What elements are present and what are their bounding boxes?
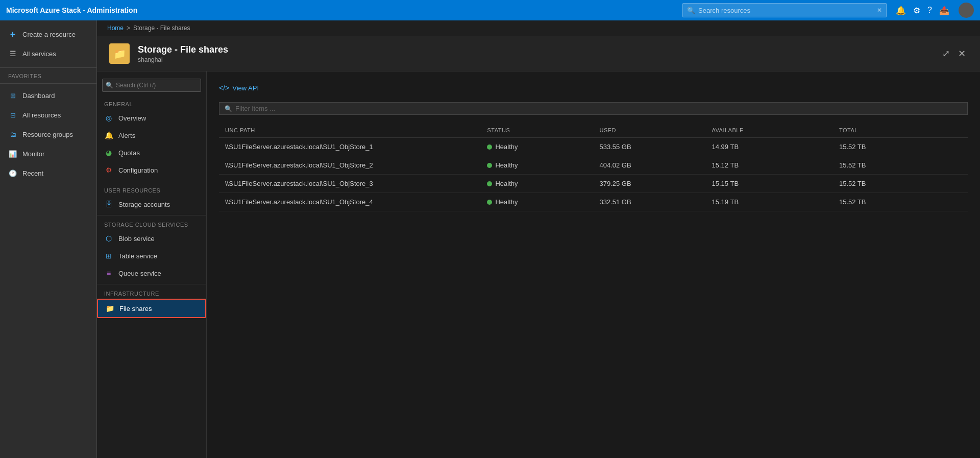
code-icon: </> — [219, 84, 229, 92]
search-icon: 🔍 — [687, 7, 695, 14]
two-pane: 🔍 GENERAL ◎ Overview 🔔 Alerts ◕ Quotas — [97, 71, 980, 458]
left-nav-divider-1 — [97, 181, 206, 181]
sidebar-divider-1 — [0, 83, 96, 84]
nav-label-alerts: Alerts — [118, 132, 135, 139]
sidebar-top: + Create a resource ☰ All services — [0, 20, 96, 68]
configuration-icon: ⚙ — [104, 165, 113, 175]
sidebar-item-recent[interactable]: 🕐 Recent — [0, 163, 96, 183]
breadcrumb-current: Storage - File shares — [133, 25, 190, 32]
filter-icon: 🔍 — [225, 105, 232, 112]
recent-icon: 🕐 — [8, 168, 17, 178]
col-header-status: STATUS — [481, 123, 593, 138]
sidebar-label-all-resources: All resources — [22, 111, 61, 119]
breadcrumb-home[interactable]: Home — [107, 25, 124, 32]
nav-item-file-shares[interactable]: 📁 File shares — [97, 299, 206, 318]
left-nav-search[interactable]: 🔍 — [102, 79, 201, 92]
table-header: UNC PATH STATUS USED AVAILABLE TOTAL — [219, 123, 968, 138]
sidebar-label-recent: Recent — [22, 170, 43, 177]
status-dot — [487, 200, 492, 205]
sidebar: + Create a resource ☰ All services FAVOR… — [0, 20, 97, 458]
cell-used: 379.25 GB — [594, 175, 706, 193]
breadcrumb: Home > Storage - File shares — [97, 20, 980, 36]
resource-header-actions: ⤢ ✕ — [940, 46, 968, 61]
cell-unc-path: \\SU1FileServer.azurestack.local\SU1_Obj… — [219, 193, 481, 211]
resource-header: 📁 Storage - File shares shanghai ⤢ ✕ — [97, 36, 980, 71]
search-input[interactable] — [698, 7, 874, 14]
cell-status: Healthy — [481, 156, 593, 175]
status-label: Healthy — [495, 180, 518, 187]
nav-item-overview[interactable]: ◎ Overview — [97, 109, 206, 127]
file-shares-icon: 📁 — [105, 304, 114, 313]
col-header-total: TOTAL — [833, 123, 968, 138]
nav-label-queue-service: Queue service — [118, 270, 161, 277]
notifications-icon[interactable]: 🔔 — [896, 6, 906, 15]
search-bar[interactable]: 🔍 ✕ — [682, 3, 887, 17]
nav-item-table-service[interactable]: ⊞ Table service — [97, 247, 206, 264]
nav-label-overview: Overview — [118, 114, 146, 122]
nav-item-storage-accounts[interactable]: 🗄 Storage accounts — [97, 196, 206, 213]
cell-available: 14.99 TB — [706, 138, 833, 156]
general-section-label: GENERAL — [97, 97, 206, 109]
sidebar-item-dashboard[interactable]: ⊞ Dashboard — [0, 86, 96, 105]
col-header-used: USED — [594, 123, 706, 138]
table-row[interactable]: \\SU1FileServer.azurestack.local\SU1_Obj… — [219, 193, 968, 211]
filter-input[interactable] — [235, 105, 962, 112]
view-api-button[interactable]: </> View API — [219, 82, 259, 94]
cell-used: 404.02 GB — [594, 156, 706, 175]
all-services-button[interactable]: ☰ All services — [0, 44, 96, 63]
resource-groups-icon: 🗂 — [8, 130, 17, 139]
col-header-unc-path: UNC PATH — [219, 123, 481, 138]
close-search-icon[interactable]: ✕ — [877, 7, 882, 14]
table-row[interactable]: \\SU1FileServer.azurestack.local\SU1_Obj… — [219, 156, 968, 175]
left-nav-search-input[interactable] — [102, 79, 201, 92]
nav-label-file-shares: File shares — [119, 305, 152, 312]
topbar-title: Microsoft Azure Stack - Administration — [6, 6, 137, 14]
nav-label-storage-accounts: Storage accounts — [118, 201, 170, 208]
all-services-label: All services — [22, 50, 56, 58]
table-row[interactable]: \\SU1FileServer.azurestack.local\SU1_Obj… — [219, 138, 968, 156]
dashboard-icon: ⊞ — [8, 91, 17, 100]
sidebar-item-monitor[interactable]: 📊 Monitor — [0, 144, 96, 163]
main-content: </> View API 🔍 UNC PATH STATUS USED A — [207, 71, 980, 458]
cell-used: 533.55 GB — [594, 138, 706, 156]
close-button[interactable]: ✕ — [956, 46, 968, 61]
feedback-icon[interactable]: 📤 — [939, 6, 949, 15]
file-shares-table: UNC PATH STATUS USED AVAILABLE TOTAL \\S… — [219, 123, 968, 211]
cell-available: 15.15 TB — [706, 175, 833, 193]
left-nav-search-icon: 🔍 — [106, 82, 113, 89]
create-resource-button[interactable]: + Create a resource — [0, 25, 96, 44]
cell-unc-path: \\SU1FileServer.azurestack.local\SU1_Obj… — [219, 138, 481, 156]
cell-total: 15.52 TB — [833, 193, 968, 211]
nav-label-quotas: Quotas — [118, 149, 140, 157]
cell-total: 15.52 TB — [833, 175, 968, 193]
nav-label-blob-service: Blob service — [118, 235, 155, 243]
cell-status: Healthy — [481, 175, 593, 193]
help-icon[interactable]: ? — [927, 6, 932, 15]
nav-item-alerts[interactable]: 🔔 Alerts — [97, 127, 206, 144]
topbar: Microsoft Azure Stack - Administration 🔍… — [0, 0, 980, 20]
table-row[interactable]: \\SU1FileServer.azurestack.local\SU1_Obj… — [219, 175, 968, 193]
maximize-button[interactable]: ⤢ — [940, 46, 952, 61]
resource-icon: 📁 — [109, 43, 130, 64]
status-dot — [487, 181, 492, 186]
sidebar-item-all-resources[interactable]: ⊟ All resources — [0, 105, 96, 125]
nav-item-configuration[interactable]: ⚙ Configuration — [97, 161, 206, 179]
cell-unc-path: \\SU1FileServer.azurestack.local\SU1_Obj… — [219, 175, 481, 193]
table-body: \\SU1FileServer.azurestack.local\SU1_Obj… — [219, 138, 968, 211]
status-label: Healthy — [495, 143, 518, 151]
settings-icon[interactable]: ⚙ — [913, 6, 920, 15]
storage-accounts-icon: 🗄 — [104, 200, 113, 209]
cell-available: 15.19 TB — [706, 193, 833, 211]
sidebar-item-resource-groups[interactable]: 🗂 Resource groups — [0, 125, 96, 144]
avatar[interactable] — [959, 3, 974, 18]
cell-used: 332.51 GB — [594, 193, 706, 211]
storage-cloud-section-label: STORAGE CLOUD SERVICES — [97, 218, 206, 230]
col-header-available: AVAILABLE — [706, 123, 833, 138]
nav-label-configuration: Configuration — [118, 166, 158, 174]
nav-item-queue-service[interactable]: ≡ Queue service — [97, 264, 206, 282]
blob-service-icon: ⬡ — [104, 234, 113, 243]
nav-item-blob-service[interactable]: ⬡ Blob service — [97, 230, 206, 247]
plus-icon: + — [8, 30, 17, 39]
nav-item-quotas[interactable]: ◕ Quotas — [97, 144, 206, 161]
nav-label-table-service: Table service — [118, 252, 157, 260]
